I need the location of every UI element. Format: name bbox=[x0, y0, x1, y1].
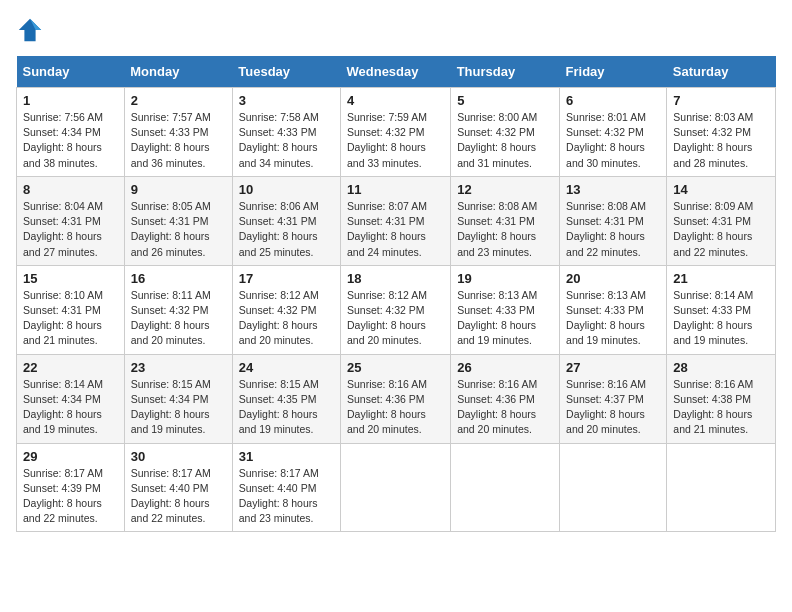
day-number: 9 bbox=[131, 182, 226, 197]
header bbox=[16, 16, 776, 44]
calendar-cell: 1Sunrise: 7:56 AMSunset: 4:34 PMDaylight… bbox=[17, 88, 125, 177]
calendar-cell: 13Sunrise: 8:08 AMSunset: 4:31 PMDayligh… bbox=[560, 176, 667, 265]
calendar-cell: 28Sunrise: 8:16 AMSunset: 4:38 PMDayligh… bbox=[667, 354, 776, 443]
calendar-cell: 15Sunrise: 8:10 AMSunset: 4:31 PMDayligh… bbox=[17, 265, 125, 354]
day-info: Sunrise: 8:03 AMSunset: 4:32 PMDaylight:… bbox=[673, 110, 769, 171]
day-number: 6 bbox=[566, 93, 660, 108]
day-info: Sunrise: 8:10 AMSunset: 4:31 PMDaylight:… bbox=[23, 288, 118, 349]
day-header-wednesday: Wednesday bbox=[340, 56, 450, 88]
day-info: Sunrise: 8:04 AMSunset: 4:31 PMDaylight:… bbox=[23, 199, 118, 260]
calendar-cell: 7Sunrise: 8:03 AMSunset: 4:32 PMDaylight… bbox=[667, 88, 776, 177]
calendar-table: SundayMondayTuesdayWednesdayThursdayFrid… bbox=[16, 56, 776, 532]
day-number: 7 bbox=[673, 93, 769, 108]
day-info: Sunrise: 8:11 AMSunset: 4:32 PMDaylight:… bbox=[131, 288, 226, 349]
day-info: Sunrise: 8:17 AMSunset: 4:40 PMDaylight:… bbox=[131, 466, 226, 527]
calendar-cell: 4Sunrise: 7:59 AMSunset: 4:32 PMDaylight… bbox=[340, 88, 450, 177]
day-header-thursday: Thursday bbox=[451, 56, 560, 88]
day-number: 1 bbox=[23, 93, 118, 108]
day-info: Sunrise: 7:58 AMSunset: 4:33 PMDaylight:… bbox=[239, 110, 334, 171]
calendar-cell: 22Sunrise: 8:14 AMSunset: 4:34 PMDayligh… bbox=[17, 354, 125, 443]
calendar-cell: 6Sunrise: 8:01 AMSunset: 4:32 PMDaylight… bbox=[560, 88, 667, 177]
day-info: Sunrise: 8:12 AMSunset: 4:32 PMDaylight:… bbox=[347, 288, 444, 349]
day-number: 19 bbox=[457, 271, 553, 286]
day-info: Sunrise: 8:12 AMSunset: 4:32 PMDaylight:… bbox=[239, 288, 334, 349]
day-number: 8 bbox=[23, 182, 118, 197]
calendar-cell: 9Sunrise: 8:05 AMSunset: 4:31 PMDaylight… bbox=[124, 176, 232, 265]
day-number: 12 bbox=[457, 182, 553, 197]
day-info: Sunrise: 8:14 AMSunset: 4:34 PMDaylight:… bbox=[23, 377, 118, 438]
day-number: 31 bbox=[239, 449, 334, 464]
day-info: Sunrise: 8:00 AMSunset: 4:32 PMDaylight:… bbox=[457, 110, 553, 171]
day-info: Sunrise: 8:06 AMSunset: 4:31 PMDaylight:… bbox=[239, 199, 334, 260]
day-info: Sunrise: 8:14 AMSunset: 4:33 PMDaylight:… bbox=[673, 288, 769, 349]
day-info: Sunrise: 8:09 AMSunset: 4:31 PMDaylight:… bbox=[673, 199, 769, 260]
day-info: Sunrise: 8:07 AMSunset: 4:31 PMDaylight:… bbox=[347, 199, 444, 260]
calendar-cell: 25Sunrise: 8:16 AMSunset: 4:36 PMDayligh… bbox=[340, 354, 450, 443]
day-number: 5 bbox=[457, 93, 553, 108]
day-number: 2 bbox=[131, 93, 226, 108]
calendar-cell: 31Sunrise: 8:17 AMSunset: 4:40 PMDayligh… bbox=[232, 443, 340, 532]
calendar-cell: 18Sunrise: 8:12 AMSunset: 4:32 PMDayligh… bbox=[340, 265, 450, 354]
day-number: 15 bbox=[23, 271, 118, 286]
calendar-cell: 29Sunrise: 8:17 AMSunset: 4:39 PMDayligh… bbox=[17, 443, 125, 532]
calendar-cell: 19Sunrise: 8:13 AMSunset: 4:33 PMDayligh… bbox=[451, 265, 560, 354]
calendar-cell: 2Sunrise: 7:57 AMSunset: 4:33 PMDaylight… bbox=[124, 88, 232, 177]
day-number: 23 bbox=[131, 360, 226, 375]
calendar-cell: 30Sunrise: 8:17 AMSunset: 4:40 PMDayligh… bbox=[124, 443, 232, 532]
day-info: Sunrise: 8:08 AMSunset: 4:31 PMDaylight:… bbox=[566, 199, 660, 260]
calendar-cell bbox=[340, 443, 450, 532]
day-info: Sunrise: 8:01 AMSunset: 4:32 PMDaylight:… bbox=[566, 110, 660, 171]
calendar-cell: 21Sunrise: 8:14 AMSunset: 4:33 PMDayligh… bbox=[667, 265, 776, 354]
day-info: Sunrise: 7:57 AMSunset: 4:33 PMDaylight:… bbox=[131, 110, 226, 171]
calendar-cell: 3Sunrise: 7:58 AMSunset: 4:33 PMDaylight… bbox=[232, 88, 340, 177]
day-info: Sunrise: 8:15 AMSunset: 4:35 PMDaylight:… bbox=[239, 377, 334, 438]
day-info: Sunrise: 8:16 AMSunset: 4:38 PMDaylight:… bbox=[673, 377, 769, 438]
calendar-cell: 12Sunrise: 8:08 AMSunset: 4:31 PMDayligh… bbox=[451, 176, 560, 265]
day-info: Sunrise: 8:17 AMSunset: 4:40 PMDaylight:… bbox=[239, 466, 334, 527]
day-number: 20 bbox=[566, 271, 660, 286]
day-number: 24 bbox=[239, 360, 334, 375]
day-number: 10 bbox=[239, 182, 334, 197]
day-info: Sunrise: 8:08 AMSunset: 4:31 PMDaylight:… bbox=[457, 199, 553, 260]
day-number: 13 bbox=[566, 182, 660, 197]
day-number: 29 bbox=[23, 449, 118, 464]
day-number: 22 bbox=[23, 360, 118, 375]
calendar-cell: 27Sunrise: 8:16 AMSunset: 4:37 PMDayligh… bbox=[560, 354, 667, 443]
day-info: Sunrise: 7:56 AMSunset: 4:34 PMDaylight:… bbox=[23, 110, 118, 171]
calendar-cell: 5Sunrise: 8:00 AMSunset: 4:32 PMDaylight… bbox=[451, 88, 560, 177]
logo bbox=[16, 16, 48, 44]
day-info: Sunrise: 8:16 AMSunset: 4:36 PMDaylight:… bbox=[347, 377, 444, 438]
day-number: 16 bbox=[131, 271, 226, 286]
calendar-cell: 23Sunrise: 8:15 AMSunset: 4:34 PMDayligh… bbox=[124, 354, 232, 443]
calendar-week-row: 29Sunrise: 8:17 AMSunset: 4:39 PMDayligh… bbox=[17, 443, 776, 532]
day-header-sunday: Sunday bbox=[17, 56, 125, 88]
day-number: 27 bbox=[566, 360, 660, 375]
calendar-cell bbox=[451, 443, 560, 532]
calendar-week-row: 22Sunrise: 8:14 AMSunset: 4:34 PMDayligh… bbox=[17, 354, 776, 443]
calendar-cell: 26Sunrise: 8:16 AMSunset: 4:36 PMDayligh… bbox=[451, 354, 560, 443]
day-number: 30 bbox=[131, 449, 226, 464]
day-number: 4 bbox=[347, 93, 444, 108]
calendar-cell: 10Sunrise: 8:06 AMSunset: 4:31 PMDayligh… bbox=[232, 176, 340, 265]
calendar-week-row: 1Sunrise: 7:56 AMSunset: 4:34 PMDaylight… bbox=[17, 88, 776, 177]
calendar-cell: 11Sunrise: 8:07 AMSunset: 4:31 PMDayligh… bbox=[340, 176, 450, 265]
day-info: Sunrise: 8:13 AMSunset: 4:33 PMDaylight:… bbox=[457, 288, 553, 349]
logo-icon bbox=[16, 16, 44, 44]
day-number: 21 bbox=[673, 271, 769, 286]
calendar-week-row: 8Sunrise: 8:04 AMSunset: 4:31 PMDaylight… bbox=[17, 176, 776, 265]
day-number: 14 bbox=[673, 182, 769, 197]
day-info: Sunrise: 8:15 AMSunset: 4:34 PMDaylight:… bbox=[131, 377, 226, 438]
calendar-week-row: 15Sunrise: 8:10 AMSunset: 4:31 PMDayligh… bbox=[17, 265, 776, 354]
calendar-cell: 20Sunrise: 8:13 AMSunset: 4:33 PMDayligh… bbox=[560, 265, 667, 354]
day-header-friday: Friday bbox=[560, 56, 667, 88]
calendar-cell: 8Sunrise: 8:04 AMSunset: 4:31 PMDaylight… bbox=[17, 176, 125, 265]
day-info: Sunrise: 8:17 AMSunset: 4:39 PMDaylight:… bbox=[23, 466, 118, 527]
day-number: 3 bbox=[239, 93, 334, 108]
calendar-cell bbox=[560, 443, 667, 532]
calendar-header-row: SundayMondayTuesdayWednesdayThursdayFrid… bbox=[17, 56, 776, 88]
day-info: Sunrise: 8:16 AMSunset: 4:36 PMDaylight:… bbox=[457, 377, 553, 438]
day-number: 25 bbox=[347, 360, 444, 375]
day-info: Sunrise: 8:16 AMSunset: 4:37 PMDaylight:… bbox=[566, 377, 660, 438]
day-number: 11 bbox=[347, 182, 444, 197]
calendar-cell: 24Sunrise: 8:15 AMSunset: 4:35 PMDayligh… bbox=[232, 354, 340, 443]
